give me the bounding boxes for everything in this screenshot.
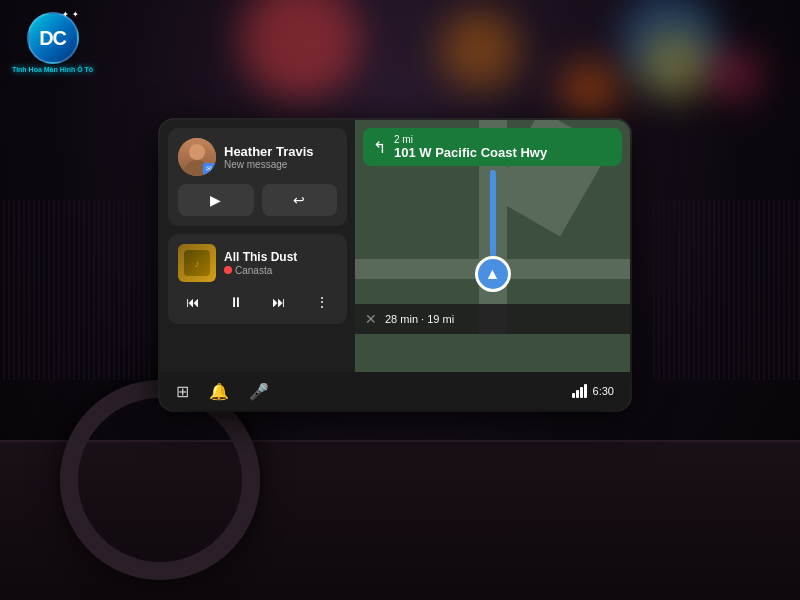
route-line [490,170,496,257]
dc-stars: ✦ ✦ [62,10,78,19]
time-display: 6:30 [593,385,614,397]
bottom-bar: ⊞ 🔔 🎤 6:30 [160,372,630,410]
more-button[interactable]: ⋮ [311,290,333,314]
song-artist-text: Canasta [235,265,272,276]
location-arrow-icon: ▲ [485,265,501,283]
nav-info: 2 mi 101 W Pacific Coast Hwy [394,134,547,160]
eta-bar: ✕ 28 min · 19 mi [355,304,630,334]
contact-name: Heather Travis [224,144,337,160]
next-button[interactable]: ⏭ [268,290,290,314]
album-art-inner: ♪ [184,250,210,276]
apps-icon[interactable]: ⊞ [176,382,189,401]
prev-button[interactable]: ⏮ [182,290,204,314]
nav-distance: 2 mi [394,134,547,145]
song-artist: Canasta [224,265,337,276]
dc-subtitle: Tinh Hoa Màn Hình Ô Tô [12,66,93,73]
album-art: ♪ [178,244,216,282]
speaker-left [0,200,150,380]
notifications-icon[interactable]: 🔔 [209,382,229,401]
signal-icon [572,384,587,398]
steering-wheel [60,380,260,580]
message-header: ✉ Heather Travis New message [178,138,337,176]
dc-logo-text: DC [39,27,66,50]
dashboard [0,440,800,600]
android-auto-screen: ✉ Heather Travis New message ▶ ↩ [160,120,630,410]
bottom-icons: ⊞ 🔔 🎤 [176,382,269,401]
microphone-icon[interactable]: 🎤 [249,382,269,401]
speaker-right [650,200,800,380]
status-bar: 6:30 [572,384,614,398]
reply-button[interactable]: ↩ [262,184,338,216]
nav-street: 101 W Pacific Coast Hwy [394,145,547,160]
dc-logo: ✦ ✦ DC Tinh Hoa Màn Hình Ô Tô [12,12,93,73]
dc-logo-circle: ✦ ✦ DC [27,12,79,64]
message-label: New message [224,159,337,170]
close-route-icon[interactable]: ✕ [365,311,377,327]
message-actions: ▶ ↩ [178,184,337,216]
message-card[interactable]: ✉ Heather Travis New message ▶ ↩ [168,128,347,226]
pause-button[interactable]: ⏸ [225,290,247,314]
nav-turn-arrow: ↰ [373,138,386,157]
left-panel: ✉ Heather Travis New message ▶ ↩ [160,120,355,372]
avatar: ✉ [178,138,216,176]
song-title: All This Dust [224,250,337,264]
message-info: Heather Travis New message [224,144,337,171]
nav-card: ↰ 2 mi 101 W Pacific Coast Hwy [363,128,622,166]
message-badge: ✉ [203,163,215,175]
eta-text: 28 min · 19 mi [385,313,454,325]
music-info: All This Dust Canasta [224,250,337,275]
canasta-dot [224,266,232,274]
music-header: ♪ All This Dust Canasta [178,244,337,282]
location-marker: ▲ [475,256,511,292]
play-button[interactable]: ▶ [178,184,254,216]
music-controls: ⏮ ⏸ ⏭ ⋮ [178,290,337,314]
map-area[interactable]: ↰ 2 mi 101 W Pacific Coast Hwy ▲ ✕ 28 mi… [355,120,630,372]
screen-content: ✉ Heather Travis New message ▶ ↩ [160,120,630,372]
music-card[interactable]: ♪ All This Dust Canasta ⏮ ⏸ ⏭ [168,234,347,324]
